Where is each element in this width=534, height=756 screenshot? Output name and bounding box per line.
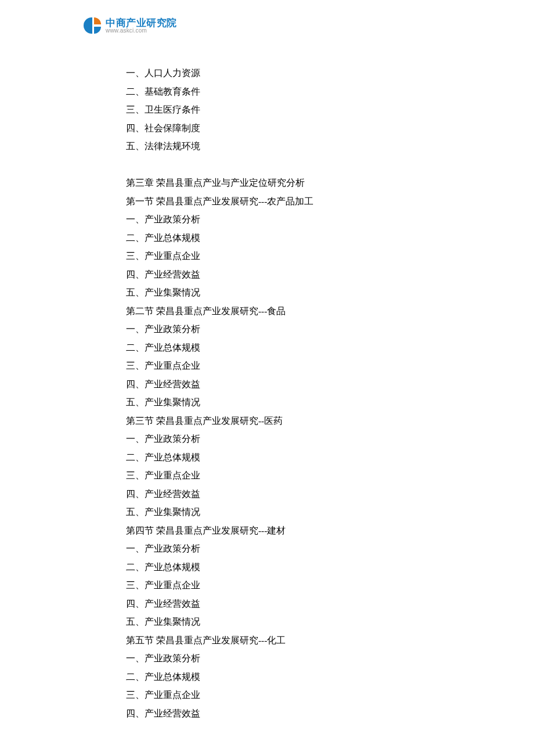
toc-line: 五、产业集聚情况	[126, 393, 451, 412]
toc-line: 三、产业重点企业	[126, 686, 451, 704]
toc-line: 四、产业经营效益	[126, 595, 451, 613]
toc-line: 一、产业政策分析	[126, 430, 451, 448]
toc-line: 第一节 荣昌县重点产业发展研究---农产品加工	[126, 192, 451, 211]
header-logo: 中商产业研究院 www.askci.com	[84, 16, 177, 35]
logo-text-block: 中商产业研究院 www.askci.com	[106, 18, 177, 34]
toc-line: 四、产业经营效益	[126, 485, 451, 503]
toc-line: 一、产业政策分析	[126, 320, 451, 339]
toc-line: 第五节 荣昌县重点产业发展研究---化工	[126, 631, 451, 650]
toc-line: 五、产业集聚情况	[126, 283, 451, 302]
blank-line	[126, 156, 451, 174]
toc-line: 第二节 荣昌县重点产业发展研究---食品	[126, 302, 451, 321]
toc-line: 第四节 荣昌县重点产业发展研究---建材	[126, 521, 451, 540]
toc-line: 三、产业重点企业	[126, 576, 451, 595]
toc-line: 二、产业总体规模	[126, 668, 451, 686]
toc-line: 第三节 荣昌县重点产业发展研究--医药	[126, 412, 451, 430]
toc-line: 三、产业重点企业	[126, 357, 451, 375]
toc-line: 一、产业政策分析	[126, 539, 451, 558]
toc-line: 三、产业重点企业	[126, 247, 451, 265]
toc-line: 四、社会保障制度	[126, 119, 451, 138]
toc-line: 五、产业集聚情况	[126, 613, 451, 631]
toc-line: 五、产业集聚情况	[126, 503, 451, 521]
toc-line: 五、法律法规环境	[126, 137, 451, 156]
logo-url: www.askci.com	[106, 28, 177, 34]
toc-line: 四、产业经营效益	[126, 704, 451, 723]
toc-line: 四、产业经营效益	[126, 375, 451, 394]
logo-icon	[84, 16, 102, 35]
toc-line: 二、产业总体规模	[126, 339, 451, 357]
toc-line: 三、产业重点企业	[126, 466, 451, 485]
toc-line: 四、产业经营效益	[126, 265, 451, 284]
document-content: 一、人口人力资源 二、基础教育条件 三、卫生医疗条件 四、社会保障制度 五、法律…	[126, 64, 451, 722]
logo-title: 中商产业研究院	[106, 18, 177, 28]
toc-line: 二、产业总体规模	[126, 229, 451, 247]
toc-line: 二、产业总体规模	[126, 558, 451, 577]
toc-line: 二、基础教育条件	[126, 82, 451, 101]
toc-line: 二、产业总体规模	[126, 448, 451, 467]
toc-line: 一、产业政策分析	[126, 649, 451, 668]
toc-line: 一、产业政策分析	[126, 210, 451, 229]
toc-line: 一、人口人力资源	[126, 64, 451, 82]
toc-line: 三、卫生医疗条件	[126, 100, 451, 119]
toc-line: 第三章 荣昌县重点产业与产业定位研究分析	[126, 174, 451, 192]
